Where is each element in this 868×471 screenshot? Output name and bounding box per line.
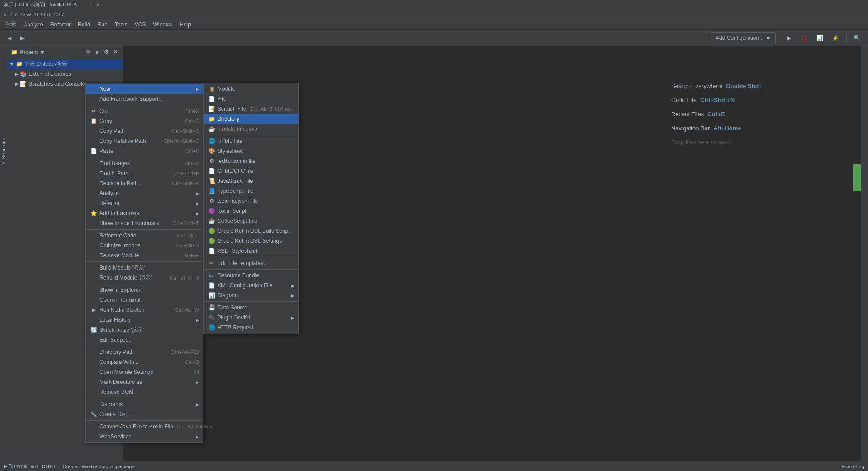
cm-new-diagram[interactable]: 📊 Diagram ▶ xyxy=(204,290,298,300)
cm-item-open-terminal[interactable]: Open in Terminal xyxy=(86,295,203,305)
cm-optimize-label: Optimize Imports xyxy=(99,242,172,249)
cm-new-tsconfig-file[interactable]: ⚙ tsconfig.json File xyxy=(204,196,298,206)
cm-item-show-in-explorer[interactable]: Show in Explorer xyxy=(86,285,203,295)
profile-button[interactable]: ⚡ xyxy=(829,32,843,44)
run-button[interactable]: ▶ xyxy=(784,32,795,44)
cm-new-directory[interactable]: 📁 Directory xyxy=(204,114,298,124)
cm-new-coffeescript-file[interactable]: ☕ CoffeeScript File xyxy=(204,216,298,226)
menu-run[interactable]: Run xyxy=(94,20,111,29)
cm-item-rebuild-module[interactable]: Rebuild Module '演示' Ctrl+Shift+F9 xyxy=(86,273,203,283)
editor-hints: Search Everywhere Double Shift Go to Fil… xyxy=(671,83,761,146)
cm-new-edit-file-templates[interactable]: ✏ Edit File Templates... xyxy=(204,258,298,268)
cm-item-copy-path[interactable]: Copy Path Ctrl+Shift+C xyxy=(86,126,203,136)
cm-item-run-kotlin-scratch[interactable]: ▶ Run Kotlin Scratch Ctrl+Alt+W xyxy=(86,305,203,315)
cm-item-diagrams[interactable]: Diagrams ▶ xyxy=(86,399,203,409)
cm-new-module-info[interactable]: ☕ module-info.java xyxy=(204,124,298,134)
cm-item-copy[interactable]: 📋 Copy Ctrl+C xyxy=(86,116,203,126)
terminal-tab[interactable]: ▶ Terminal xyxy=(4,463,27,469)
cm-separator-7 xyxy=(86,398,203,398)
cm-item-copy-relative-path[interactable]: Copy Relative Path Ctrl+Alt+Shift+C xyxy=(86,136,203,146)
cm-new-xml-config-file[interactable]: 📄 XML Configuration File ▶ xyxy=(204,280,298,290)
tree-item-demo[interactable]: ▼ 📁 演示 D:\Idea\演示 xyxy=(7,59,123,69)
cm-item-mark-directory-as[interactable]: Mark Directory as ▶ xyxy=(86,377,203,387)
cm-new-gradle-kotlin-build[interactable]: 🟢 Gradle Kotlin DSL Build Script xyxy=(204,226,298,236)
cm-new-file[interactable]: 📄 File xyxy=(204,94,298,104)
search-everywhere-button[interactable]: 🔍 xyxy=(850,32,864,44)
cm-item-webservices[interactable]: WebServices ▶ xyxy=(86,432,203,442)
maximize-button[interactable]: □ xyxy=(86,2,92,8)
cm-new-gradle-kotlin-settings[interactable]: 🟢 Gradle Kotlin DSL Settings xyxy=(204,236,298,246)
cm-new-scratch-file[interactable]: 📝 Scratch File Ctrl+Alt+Shift+Insert xyxy=(204,104,298,114)
cm-item-replace-in-path[interactable]: Replace in Path... Ctrl+Shift+R xyxy=(86,178,203,188)
todo-tab[interactable]: ≡ 6: TODO xyxy=(31,464,55,469)
cm-item-local-history[interactable]: Local History ▶ xyxy=(86,315,203,325)
cm-item-refactor[interactable]: Refactor ▶ xyxy=(86,198,203,208)
add-configuration-button[interactable]: Add Configuration... ▼ xyxy=(711,32,776,44)
menu-build[interactable]: Build xyxy=(74,20,94,29)
cm-new-edit-templates-label: Edit File Templates... xyxy=(217,260,294,266)
cm-new-js-label: JavaScript File xyxy=(217,178,294,184)
menu-window[interactable]: Window xyxy=(149,20,176,29)
cm-new-xslt-stylesheet[interactable]: 📄 XSLT Stylesheet xyxy=(204,246,298,256)
cm-item-remove-bom[interactable]: Remove BOM xyxy=(86,387,203,397)
cm-item-optimize-imports[interactable]: Optimize Imports Ctrl+Alt+O xyxy=(86,240,203,250)
cm-new-kotlin-script[interactable]: 🟣 Kotlin Script xyxy=(204,206,298,216)
debug-button[interactable]: 🐞 xyxy=(797,32,811,44)
cm-item-analyze[interactable]: Analyze ▶ xyxy=(86,188,203,198)
cm-item-reformat-code[interactable]: Reformat Code Ctrl+Alt+L xyxy=(86,231,203,240)
coverage-button[interactable]: 📊 xyxy=(813,32,827,44)
project-gear-icon[interactable]: ⚙ xyxy=(103,49,110,56)
cm-item-find-usages[interactable]: Find Usages Alt+F7 xyxy=(86,158,203,168)
cm-item-directory-path[interactable]: Directory Path Ctrl+Alt+F12 xyxy=(86,347,203,357)
structure-label[interactable]: 2: Structure xyxy=(0,137,7,167)
menu-help[interactable]: Help xyxy=(176,20,195,29)
cm-item-create-gist[interactable]: 🔧 Create Gist... xyxy=(86,409,203,419)
cm-item-cut[interactable]: ✂ Cut Ctrl+X xyxy=(86,106,203,116)
cm-new-http-request[interactable]: 🌐 HTTP Request xyxy=(204,323,298,333)
cm-item-edit-scopes[interactable]: Edit Scopes... xyxy=(86,335,203,345)
cm-item-convert-java-kotlin[interactable]: Convert Java File to Kotlin File Ctrl+Al… xyxy=(86,422,203,432)
cm-item-find-in-path[interactable]: Find in Path... Ctrl+Shift+F xyxy=(86,168,203,178)
cm-item-new[interactable]: New ▶ xyxy=(86,84,203,94)
feedback-button[interactable] xyxy=(853,164,861,191)
cm-item-add-framework[interactable]: Add Framework Support... xyxy=(86,94,203,104)
project-dropdown-icon[interactable]: ▼ xyxy=(40,49,45,55)
cm-new-resource-bundle[interactable]: 🗂 Resource Bundle xyxy=(204,270,298,280)
project-settings-icon[interactable]: ⚙ xyxy=(84,49,92,56)
cm-new-data-source[interactable]: 💾 Data Source xyxy=(204,303,298,313)
cm-replace-in-path-icon xyxy=(89,179,98,187)
project-expand-icon[interactable]: ≡ xyxy=(93,49,101,56)
menu-refactor[interactable]: Refactor xyxy=(47,20,74,29)
cm-new-javascript-file[interactable]: 📜 JavaScript File xyxy=(204,176,298,186)
cm-new-editorconfig[interactable]: ⚙ .editorconfig file xyxy=(204,156,298,166)
cm-new-cfml-cfc[interactable]: 📄 CFML/CFC file xyxy=(204,166,298,176)
cm-item-synchronize[interactable]: 🔄 Synchronize '演示' xyxy=(86,325,203,335)
minimize-button[interactable]: ─ xyxy=(77,2,83,8)
cm-item-remove-module[interactable]: Remove Module Delete xyxy=(86,250,203,260)
close-button[interactable]: ✕ xyxy=(95,2,101,8)
tree-item-external-libs[interactable]: ▶ 📚 External Libraries xyxy=(7,69,123,79)
cm-new-module[interactable]: ▣ Module xyxy=(204,84,298,94)
cm-separator-1 xyxy=(86,105,203,105)
menu-analyze[interactable]: Analyze xyxy=(20,20,47,29)
cm-new-typescript-file[interactable]: 📘 TypeScript File xyxy=(204,186,298,196)
cm-item-show-thumbnails[interactable]: Show Image Thumbnails Ctrl+Shift+T xyxy=(86,218,203,228)
menu-vcs[interactable]: VCS xyxy=(131,20,150,29)
cm-new-diagram-icon: 📊 xyxy=(207,291,216,299)
cm-item-add-to-favorites[interactable]: ⭐ Add to Favorites ▶ xyxy=(86,208,203,218)
cm-item-build-module[interactable]: Build Module '演示' xyxy=(86,263,203,273)
event-log-tab[interactable]: Event Log xyxy=(842,464,864,469)
cm-item-paste[interactable]: 📄 Paste Ctrl+V xyxy=(86,146,203,156)
cm-new-html-file[interactable]: 🌐 HTML File xyxy=(204,136,298,146)
cm-rebuild-module-label: Rebuild Module '演示' xyxy=(99,274,166,282)
toolbar-forward-btn[interactable]: ▶ xyxy=(17,32,28,44)
cm-new-stylesheet[interactable]: 🎨 Stylesheet xyxy=(204,146,298,156)
menu-demo[interactable]: 演示 xyxy=(2,20,20,29)
cm-new-plugin-devkit[interactable]: 🔌 Plugin DevKit ▶ xyxy=(204,313,298,323)
project-close-icon[interactable]: ✕ xyxy=(112,49,119,56)
cm-item-open-module-settings[interactable]: Open Module Settings F4 xyxy=(86,367,203,377)
toolbar-back-btn[interactable]: ◀ xyxy=(4,32,15,44)
hint-go-to-file: Go to File Ctrl+Shift+N xyxy=(671,97,761,103)
cm-item-compare-with[interactable]: Compare With... Ctrl+D xyxy=(86,357,203,367)
menu-tools[interactable]: Tools xyxy=(111,20,131,29)
